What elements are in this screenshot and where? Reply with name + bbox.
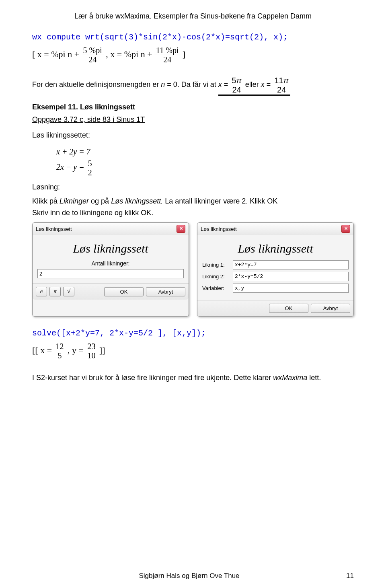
eq2num: 5 — [86, 159, 94, 168]
out1-left: [ x = %pi n + — [32, 49, 79, 59]
i1c: og på — [89, 197, 111, 205]
eq2a: 2x − y = — [56, 162, 86, 171]
task-ref: Oppgave 3.72 c, side 83 i Sinus 1T — [32, 115, 354, 124]
maxima-output-1: [ x = %pi n + 5 %pi 24 , x = %pi n + 11 … — [32, 46, 354, 64]
const-e-button[interactable]: e — [36, 287, 47, 296]
task-prompt: Løs likningssettet: — [32, 130, 354, 141]
cancel-button[interactable]: Avbryt — [146, 287, 185, 296]
instructions: Klikk på Likninger og på Løs likningsset… — [32, 195, 354, 219]
close-icon[interactable]: ✕ — [341, 225, 350, 233]
dialog-count-title: Løs likningssett — [36, 226, 72, 232]
p1eq1: = — [222, 80, 230, 88]
rf2n11: 11 — [274, 76, 283, 85]
count-input[interactable] — [37, 269, 184, 278]
out2-mid: , y = — [68, 345, 84, 355]
vars-input[interactable] — [233, 284, 349, 293]
closing-b: wxMaxima — [273, 374, 307, 382]
res-frac1: 5π24 — [230, 76, 243, 94]
rf1pi: π — [236, 76, 241, 85]
eq2: 2x − y = 5 2 — [56, 159, 354, 177]
rf1d: 24 — [230, 85, 243, 94]
closing-a: I S2-kurset har vi bruk for å løse fire … — [32, 374, 273, 382]
eq2den: 2 — [86, 168, 94, 177]
dialog-equations: Løs likningssett ✕ Løs likningssett Likn… — [197, 222, 354, 317]
section-title: Eksempel 11. Løs likningssett — [32, 103, 354, 111]
out2-frac1: 12 5 — [54, 342, 66, 360]
dialog-count-label: Antall likninger: — [37, 260, 184, 267]
dialog-count: Løs likningssett ✕ Løs likningssett Anta… — [32, 222, 189, 317]
dialog-equations-title: Løs likningssett — [201, 226, 237, 232]
res-frac2: 11π24 — [273, 76, 290, 94]
eq1: x + 2y = 7 — [56, 147, 354, 156]
rf2n: 11π — [273, 76, 290, 85]
out2-frac2: 23 10 — [86, 342, 97, 360]
out2-close: ]] — [99, 345, 105, 355]
closing-paragraph: I S2-kurset har vi bruk for å løse fire … — [32, 372, 354, 384]
i1b: Likninger — [60, 197, 89, 205]
rf1n5: 5 — [232, 76, 236, 85]
out1-frac1: 5 %pi 24 — [82, 46, 104, 64]
vars-label: Variabler: — [202, 285, 230, 291]
dialog-count-heading: Løs likningssett — [37, 242, 184, 255]
i2: Skriv inn de to likningene og klikk OK. — [32, 209, 153, 217]
p1x2: x — [261, 80, 265, 88]
out2-d2: 10 — [86, 351, 97, 360]
result-box: x = 5π24 eller x = 11π24 — [218, 76, 290, 96]
out2-n1: 12 — [54, 342, 66, 351]
out2-n2: 23 — [86, 342, 97, 351]
ok-button[interactable]: OK — [104, 287, 144, 296]
maxima-input-1: wx_compute_wrt(sqrt(3)*sin(2*x)-cos(2*x)… — [32, 33, 354, 42]
out1-frac1-den: 24 — [82, 55, 104, 64]
sqrt-button[interactable]: √ — [63, 287, 74, 296]
p1b: = 0. Da får vi at — [165, 80, 218, 88]
dialog-count-titlebar: Løs likningssett ✕ — [33, 223, 189, 235]
rf2pi: π — [283, 76, 289, 85]
i1a: Klikk på — [32, 197, 60, 205]
eq1-label: Likning 1: — [202, 262, 230, 268]
p1eq2: = — [265, 80, 273, 88]
rf1n: 5π — [230, 76, 243, 85]
p1n: n — [161, 80, 165, 88]
footer-authors: Sigbjørn Hals og Bjørn Ove Thue — [139, 572, 240, 580]
close-icon[interactable]: ✕ — [177, 225, 185, 233]
solution-heading: Løsning: — [32, 183, 354, 191]
page-number: 11 — [346, 572, 354, 580]
out2-open: [[ x = — [32, 345, 52, 355]
p1a: For den aktuelle definisjonsmengden er — [32, 80, 161, 88]
maxima-output-2: [[ x = 12 5 , y = 23 10 ]] — [32, 342, 354, 360]
paragraph-1: For den aktuelle definisjonsmengden er n… — [32, 76, 354, 96]
out1-frac2-den: 24 — [154, 55, 180, 64]
out1-mid: , x = %pi n + — [106, 49, 152, 59]
eller: eller — [243, 80, 261, 88]
closing-c: lett. — [307, 374, 321, 382]
i1e: La antall likninger være 2. Klikk OK — [163, 197, 277, 205]
const-pi-button[interactable]: π — [49, 287, 61, 296]
out1-right: ] — [183, 49, 185, 59]
out1-frac1-num: 5 %pi — [82, 46, 104, 55]
eq2-label: Likning 2: — [202, 273, 230, 280]
rf2d: 24 — [273, 85, 290, 94]
dialog-equations-heading: Løs likningssett — [202, 242, 349, 255]
out1-frac2: 11 %pi 24 — [154, 46, 180, 64]
ok-button[interactable]: OK — [269, 304, 308, 313]
page-header: Lær å bruke wxMaxima. Eksempler fra Sinu… — [32, 12, 354, 21]
equation-block: x + 2y = 7 2x − y = 5 2 — [56, 147, 354, 177]
maxima-input-2: solve([x+2*y=7, 2*x-y=5/2 ], [x,y]); — [32, 329, 354, 338]
p1x1: x — [218, 80, 222, 88]
i1d: Løs likningssett. — [111, 197, 163, 205]
out1-frac2-num: 11 %pi — [154, 46, 180, 55]
out2-d1: 5 — [54, 351, 66, 360]
dialog-equations-titlebar: Løs likningssett ✕ — [197, 223, 353, 235]
eq2-input[interactable] — [233, 272, 349, 281]
cancel-button[interactable]: Avbryt — [311, 304, 350, 313]
eq2-frac: 5 2 — [86, 159, 94, 177]
eq1-input[interactable] — [233, 260, 349, 269]
